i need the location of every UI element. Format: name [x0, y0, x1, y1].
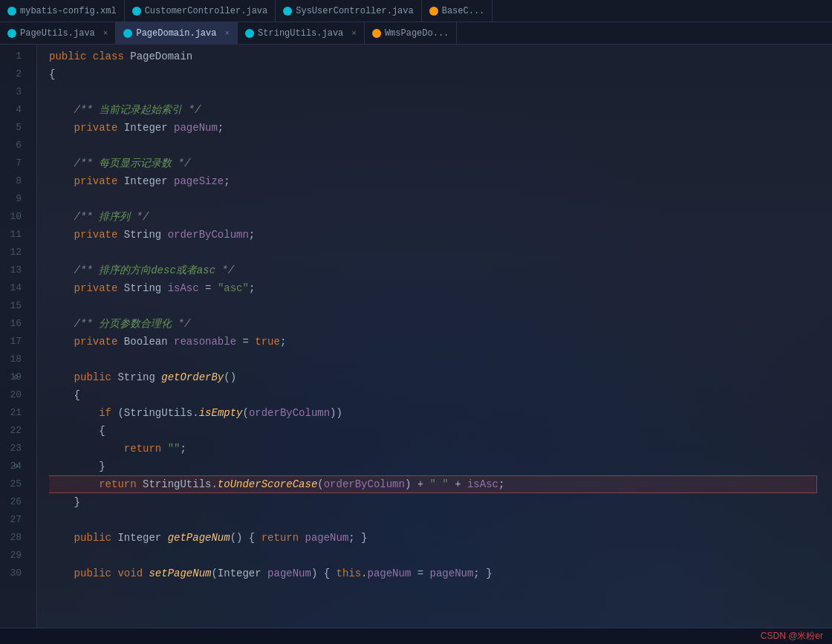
token-comment-cn: 每页显示记录数	[99, 155, 172, 172]
tab-label-mybatis: mybatis-config.xml	[20, 6, 117, 16]
token-kw: private	[74, 172, 124, 190]
tab-icon-sysuser	[283, 7, 292, 16]
status-bar: CSDN @米粉er	[0, 628, 832, 644]
token-plain: ;	[180, 440, 186, 458]
token-field: pageNum	[368, 565, 417, 582]
token-comment: /**	[49, 261, 99, 279]
tab-stringutils[interactable]: StringUtils.java ×	[238, 22, 365, 44]
token-plain	[49, 333, 74, 351]
tab-wmspagedo[interactable]: WmsPageDo...	[365, 22, 457, 44]
token-plain: ;	[280, 333, 286, 351]
token-ret: return	[99, 475, 143, 493]
token-string-lit: "asc"	[218, 279, 249, 297]
code-line-25: return StringUtils.toUnderScoreCase(orde…	[49, 475, 817, 493]
token-kw: public	[74, 368, 118, 386]
gutter-line-26: 26	[10, 493, 29, 511]
token-plain	[49, 279, 74, 297]
token-plain	[49, 529, 74, 547]
token-plain: {	[49, 65, 55, 83]
token-comment: */	[215, 261, 234, 279]
token-type: Integer	[218, 565, 267, 582]
token-plain: (	[242, 404, 248, 422]
tab-basec[interactable]: BaseC...	[422, 0, 493, 22]
token-plain	[49, 440, 124, 458]
token-ret: return	[124, 440, 168, 458]
gutter-line-4: 4	[16, 101, 29, 119]
tab-customer[interactable]: CustomerController.java	[125, 0, 276, 22]
tab-mybatis[interactable]: mybatis-config.xml	[0, 0, 125, 22]
tab-icon-stringutils	[245, 29, 254, 38]
code-area[interactable]: public class PageDomain{ /** 当前记录起始索引 */…	[37, 45, 832, 628]
token-comment: /**	[49, 155, 99, 172]
token-type: StringUtils	[124, 404, 192, 422]
gutter-line-25: 25	[10, 475, 29, 493]
token-plain: {	[49, 422, 105, 440]
token-plain	[49, 475, 99, 493]
token-kw: private	[74, 333, 124, 351]
token-comment: /**	[49, 208, 99, 226]
gutter-line-10: 10	[10, 208, 29, 226]
token-plain: =	[417, 565, 430, 582]
tab-icon-pageutils	[7, 29, 16, 38]
token-plain	[49, 172, 74, 190]
tab-icon-pagedomain	[123, 29, 132, 38]
token-plain: (	[317, 475, 323, 493]
code-line-7: /** 每页显示记录数 */	[49, 155, 832, 172]
gutter-line-27: 27	[10, 511, 29, 529]
gutter-line-14: 14	[10, 279, 29, 297]
tab-close-pagedomain[interactable]: ×	[224, 29, 230, 38]
tab-pageutils[interactable]: PageUtils.java ×	[0, 22, 116, 44]
editor-container: mybatis-config.xml CustomerController.ja…	[0, 0, 832, 644]
token-comment: */	[172, 155, 190, 172]
tab-icon-basec	[429, 7, 438, 16]
tab-sysuser[interactable]: SysUserController.java	[276, 0, 421, 22]
token-comment-cn: 分页参数合理化	[99, 315, 172, 333]
token-plain: }	[49, 493, 80, 511]
gutter-line-21: 21	[10, 404, 29, 422]
token-comment: */	[172, 315, 190, 333]
code-line-2: {	[49, 65, 832, 83]
token-plain: .	[211, 475, 217, 493]
token-param: pageNum	[267, 565, 311, 582]
csdn-badge: CSDN @米粉er	[761, 630, 823, 643]
token-kw: public	[49, 48, 93, 65]
tab-label-wmspagedo: WmsPageDo...	[385, 28, 449, 39]
token-ret: return	[261, 529, 305, 547]
gutter-line-17: 17	[10, 333, 29, 351]
token-plain	[49, 368, 74, 386]
token-type: StringUtils	[143, 475, 211, 493]
token-plain: ;	[498, 475, 504, 493]
token-field: orderByColumn	[324, 475, 405, 493]
tab-close-stringutils[interactable]: ×	[351, 29, 357, 38]
token-field: pageNum	[305, 529, 348, 547]
tab-pagedomain[interactable]: PageDomain.java ×	[116, 22, 238, 44]
token-plain	[49, 565, 74, 582]
token-kw: class	[93, 48, 130, 65]
tab-icon-wmspagedo	[372, 29, 381, 38]
token-plain: ;	[249, 279, 255, 297]
token-comment-cn: 排序列	[99, 208, 130, 226]
token-type: Integer	[124, 119, 174, 137]
token-plain: ;	[224, 172, 230, 190]
code-line-13: /** 排序的方向desc或者asc */	[49, 261, 832, 279]
token-plain: =	[205, 279, 218, 297]
tab-icon-customer	[132, 7, 141, 16]
code-line-5: private Integer pageNum;	[49, 119, 832, 137]
gutter-line-19: ◇19	[10, 368, 29, 386]
tab-label-customer: CustomerController.java	[145, 6, 268, 16]
token-kw: public	[74, 529, 118, 547]
gutter-line-15: 15	[10, 297, 29, 315]
token-comment: /**	[49, 101, 99, 119]
token-plain: }	[49, 458, 105, 475]
token-kw: private	[74, 226, 124, 244]
token-type: Integer	[117, 529, 167, 547]
token-field: orderByColumn	[168, 226, 249, 244]
token-comment: /**	[49, 315, 99, 333]
code-line-14: private String isAsc = "asc";	[49, 279, 832, 297]
gutter-line-9: 9	[16, 190, 29, 208]
gutter-line-28: 28	[10, 529, 29, 547]
token-type: String	[117, 368, 161, 386]
code-line-24: }	[49, 458, 832, 475]
tab-close-pageutils[interactable]: ×	[103, 29, 108, 38]
token-method: getOrderBy	[161, 368, 224, 386]
